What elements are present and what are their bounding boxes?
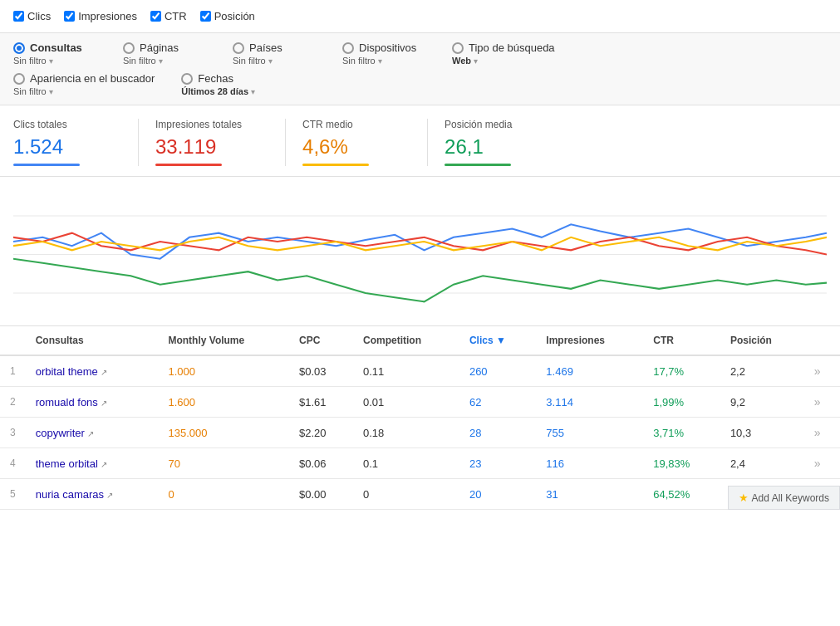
cell-ctr: 17,7% [643, 355, 720, 387]
stat-underline-ctr [302, 164, 369, 166]
stat-divider-2 [285, 119, 286, 166]
query-link[interactable]: theme orbital [36, 457, 98, 470]
cell-query[interactable]: romuald fons↗ [26, 387, 159, 418]
cell-query[interactable]: orbital theme↗ [26, 355, 159, 387]
radio-dispositivos [342, 42, 354, 54]
dropdown-arrow-paises: ▾ [268, 56, 273, 66]
col-ctr[interactable]: CTR [643, 326, 720, 355]
col-competition[interactable]: Competition [353, 326, 459, 355]
table-row: 3copywriter↗135.000$2.200.18287553,71%10… [0, 418, 840, 448]
dim-dispositivos-label: Dispositivos [359, 42, 416, 54]
dim-apariencia-label: Apariencia en el buscador [30, 72, 155, 85]
cell-cpc: $0.03 [289, 355, 353, 387]
dim-apariencia[interactable]: Apariencia en el buscador Sin filtro ▾ [13, 72, 155, 96]
cell-query[interactable]: copywriter↗ [26, 418, 159, 448]
dim-paises[interactable]: Países Sin filtro ▾ [233, 42, 316, 66]
cell-monthly: 0 [158, 479, 289, 510]
external-link-icon: ↗ [87, 429, 94, 438]
col-action [804, 326, 840, 355]
cell-monthly: 1.600 [158, 387, 289, 418]
filter-checkbox-bar: Clics Impresiones CTR Posición [0, 0, 840, 33]
cell-cpc: $1.61 [289, 387, 353, 418]
col-query[interactable]: Consultas [26, 326, 159, 355]
dim-consultas[interactable]: Consultas Sin filtro ▾ [13, 42, 96, 66]
dim-tipo-busqueda-filter[interactable]: Web ▾ [452, 56, 555, 66]
external-link-icon: ↗ [101, 460, 107, 469]
dim-apariencia-filter[interactable]: Sin filtro ▾ [13, 86, 155, 96]
col-impresiones[interactable]: Impresiones [536, 326, 643, 355]
dropdown-arrow-consultas: ▾ [49, 56, 53, 66]
cell-posicion: 10,3 [720, 418, 804, 448]
query-link[interactable]: romuald fons [36, 396, 98, 408]
dim-consultas-filter[interactable]: Sin filtro ▾ [13, 56, 96, 66]
col-clics[interactable]: Clics ▼ [459, 326, 536, 355]
cell-query[interactable]: theme orbital↗ [26, 448, 159, 479]
checkbox-clics[interactable]: Clics [13, 10, 51, 22]
cell-competition: 0.1 [353, 448, 459, 479]
cell-competition: 0 [353, 479, 459, 510]
cell-num: 5 [0, 479, 26, 510]
external-link-icon: ↗ [101, 368, 107, 377]
dim-dispositivos[interactable]: Dispositivos Sin filtro ▾ [342, 42, 425, 66]
dim-paginas[interactable]: Páginas Sin filtro ▾ [123, 42, 206, 66]
cell-query[interactable]: nuria camaras↗ [26, 479, 159, 510]
cell-impresiones: 1.469 [536, 355, 643, 387]
dim-paginas-filter[interactable]: Sin filtro ▾ [123, 56, 206, 66]
table-row: 5nuria camaras↗0$0.000203164,52%1,0» [0, 479, 840, 510]
table-body: 1orbital theme↗1.000$0.030.112601.46917,… [0, 355, 840, 510]
checkbox-impresiones[interactable]: Impresiones [64, 10, 137, 22]
dimension-row-2: Apariencia en el buscador Sin filtro ▾ F… [13, 72, 827, 96]
radio-paises [233, 42, 244, 54]
dimension-row-1: Consultas Sin filtro ▾ Páginas Sin filtr… [13, 42, 827, 66]
stat-posicion-media: Posición media 26,1 [445, 119, 553, 166]
radio-tipo-busqueda [452, 42, 464, 54]
external-link-icon: ↗ [106, 491, 113, 500]
dropdown-arrow-dispositivos: ▾ [378, 56, 382, 66]
cell-num: 3 [0, 418, 26, 448]
radio-apariencia [13, 73, 25, 85]
stat-underline-clics [13, 164, 80, 166]
cell-monthly: 135.000 [158, 418, 289, 448]
cell-monthly: 70 [158, 448, 289, 479]
stat-divider-1 [138, 119, 139, 166]
stat-underline-impresiones [155, 164, 222, 166]
chart-area [0, 177, 840, 326]
table-row: 2romuald fons↗1.600$1.610.01623.1141,99%… [0, 387, 840, 418]
dropdown-arrow-apariencia: ▾ [49, 87, 53, 96]
results-table: Consultas Monthly Volume CPC Competition… [0, 326, 840, 510]
cell-posicion: 9,2 [720, 387, 804, 418]
stat-clics-totales: Clics totales 1.524 [13, 119, 121, 166]
cell-clics: 20 [459, 479, 536, 510]
add-all-keywords-button[interactable]: ★ Add All Keywords [728, 486, 840, 510]
query-link[interactable]: orbital theme [36, 365, 98, 378]
query-link[interactable]: nuria camaras [36, 488, 104, 501]
cell-posicion: 2,2 [720, 355, 804, 387]
checkbox-ctr[interactable]: CTR [150, 10, 187, 22]
cell-action[interactable]: » [804, 448, 840, 479]
cell-competition: 0.11 [353, 355, 459, 387]
col-monthly[interactable]: Monthly Volume [158, 326, 289, 355]
stat-ctr-medio: CTR medio 4,6% [302, 119, 410, 166]
col-cpc[interactable]: CPC [289, 326, 353, 355]
table-header: Consultas Monthly Volume CPC Competition… [0, 326, 840, 355]
dim-paises-filter[interactable]: Sin filtro ▾ [233, 56, 316, 66]
col-posicion[interactable]: Posición [720, 326, 804, 355]
query-link[interactable]: copywriter [36, 427, 85, 439]
cell-num: 2 [0, 387, 26, 418]
cell-action[interactable]: » [804, 387, 840, 418]
dim-fechas-filter[interactable]: Últimos 28 días ▾ [181, 86, 264, 96]
cell-action[interactable]: » [804, 418, 840, 448]
cell-clics: 62 [459, 387, 536, 418]
cell-action[interactable]: » [804, 355, 840, 387]
dim-paginas-label: Páginas [140, 42, 179, 54]
cell-ctr: 19,83% [643, 448, 720, 479]
dim-tipo-busqueda[interactable]: Tipo de búsqueda Web ▾ [452, 42, 555, 66]
dim-fechas[interactable]: Fechas Últimos 28 días ▾ [181, 72, 264, 96]
stat-underline-posicion [445, 164, 511, 166]
table-row: 1orbital theme↗1.000$0.030.112601.46917,… [0, 355, 840, 387]
cell-posicion: 2,4 [720, 448, 804, 479]
dim-consultas-label: Consultas [30, 42, 82, 54]
table-container: Consultas Monthly Volume CPC Competition… [0, 326, 840, 510]
checkbox-posicion[interactable]: Posición [200, 10, 255, 22]
dim-dispositivos-filter[interactable]: Sin filtro ▾ [342, 56, 425, 66]
